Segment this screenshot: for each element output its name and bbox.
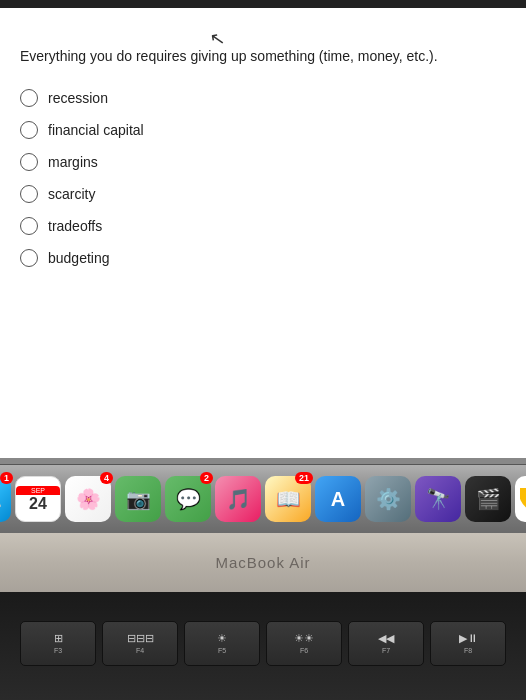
options-list: recessionfinancial capitalmarginsscarcit… bbox=[20, 89, 506, 267]
dock-icon-books[interactable]: 📖21 bbox=[265, 476, 311, 522]
radio-margins[interactable] bbox=[20, 153, 38, 171]
keyboard-area: ⊞F3⊟⊟⊟F4☀F5☀☀F6◀◀F7▶⏸F8 bbox=[0, 592, 526, 700]
macbook-label-area: MacBook Air bbox=[0, 533, 526, 592]
dock-icon-chrome[interactable] bbox=[515, 476, 526, 522]
dock-icon-camera[interactable]: 🎬 bbox=[465, 476, 511, 522]
option-tradeoffs[interactable]: tradeoffs bbox=[20, 217, 506, 235]
key-f3[interactable]: ⊞F3 bbox=[20, 621, 96, 666]
key-f4[interactable]: ⊟⊟⊟F4 bbox=[102, 621, 178, 666]
key-f7[interactable]: ◀◀F7 bbox=[348, 621, 424, 666]
key-f5[interactable]: ☀F5 bbox=[184, 621, 260, 666]
dock-icon-appstore[interactable]: A bbox=[315, 476, 361, 522]
radio-budgeting[interactable] bbox=[20, 249, 38, 267]
option-margins[interactable]: margins bbox=[20, 153, 506, 171]
option-label-budgeting: budgeting bbox=[48, 250, 110, 266]
radio-financial_capital[interactable] bbox=[20, 121, 38, 139]
dock-icon-calendar[interactable]: SEP24 bbox=[15, 476, 61, 522]
dock-icon-dashboard[interactable]: 🔭 bbox=[415, 476, 461, 522]
radio-tradeoffs[interactable] bbox=[20, 217, 38, 235]
dock-icon-settings[interactable]: ⚙️ bbox=[365, 476, 411, 522]
dock-icon-music[interactable]: 🎵 bbox=[215, 476, 261, 522]
content-area: ↖ Everything you do requires giving up s… bbox=[0, 8, 526, 459]
radio-recession[interactable] bbox=[20, 89, 38, 107]
question-text: Everything you do requires giving up som… bbox=[20, 46, 506, 67]
option-label-recession: recession bbox=[48, 90, 108, 106]
key-f6[interactable]: ☀☀F6 bbox=[266, 621, 342, 666]
option-financial_capital[interactable]: financial capital bbox=[20, 121, 506, 139]
option-label-scarcity: scarcity bbox=[48, 186, 95, 202]
key-f8[interactable]: ▶⏸F8 bbox=[430, 621, 506, 666]
dock-icon-photos[interactable]: 🌸4 bbox=[65, 476, 111, 522]
dock-icon-facetime[interactable]: 📷 bbox=[115, 476, 161, 522]
radio-scarcity[interactable] bbox=[20, 185, 38, 203]
option-label-margins: margins bbox=[48, 154, 98, 170]
option-scarcity[interactable]: scarcity bbox=[20, 185, 506, 203]
option-label-tradeoffs: tradeoffs bbox=[48, 218, 102, 234]
option-recession[interactable]: recession bbox=[20, 89, 506, 107]
dock-icon-messages[interactable]: 💬2 bbox=[165, 476, 211, 522]
dock-icon-maps[interactable]: 🗺️1 bbox=[0, 476, 11, 522]
dock: 🗺️1SEP24🌸4📷💬2🎵📖21A⚙️🔭🎬 bbox=[0, 464, 526, 533]
macbook-model-label: MacBook Air bbox=[215, 554, 310, 571]
screen: ↖ Everything you do requires giving up s… bbox=[0, 8, 526, 459]
option-budgeting[interactable]: budgeting bbox=[20, 249, 506, 267]
option-label-financial_capital: financial capital bbox=[48, 122, 144, 138]
cursor-icon: ↖ bbox=[208, 27, 227, 51]
